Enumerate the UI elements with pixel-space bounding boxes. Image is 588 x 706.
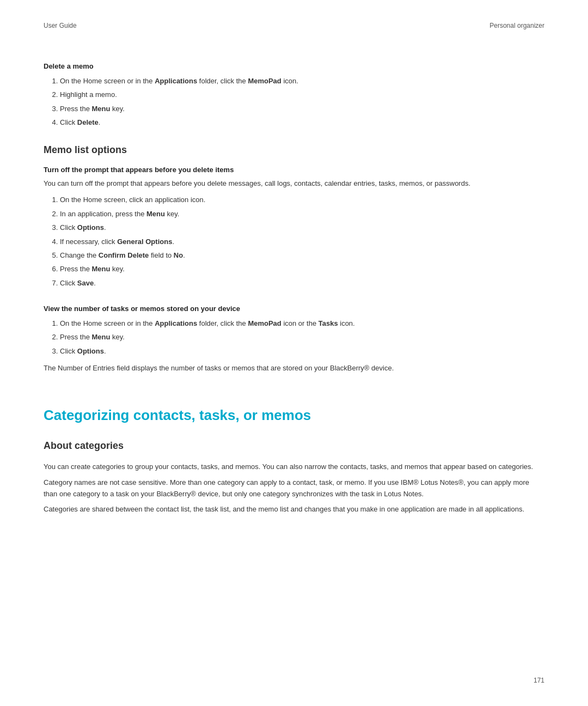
about-categories-section: About categories You can create categori… [44,440,544,515]
list-item: Click Options. [60,221,544,234]
about-categories-title: About categories [44,440,544,452]
list-item: Change the Confirm Delete field to No. [60,249,544,261]
page-number: 171 [534,677,544,684]
turn-off-prompt-steps: On the Home screen, click an application… [60,193,544,289]
list-item: Click Delete. [60,116,544,129]
about-categories-para3: Categories are shared between the contac… [44,504,544,515]
list-item: On the Home screen, click an application… [60,193,544,206]
delete-memo-steps: On the Home screen or in the Application… [60,75,544,129]
list-item: Press the Menu key. [60,263,544,275]
turn-off-prompt-section: Turn off the prompt that appears before … [44,166,544,290]
view-number-section: View the number of tasks or memos stored… [44,305,544,374]
list-item: In an application, press the Menu key. [60,208,544,220]
turn-off-prompt-intro: You can turn off the prompt that appears… [44,178,544,190]
list-item: Click Save. [60,277,544,289]
delete-memo-section: Delete a memo On the Home screen or in t… [44,62,544,129]
list-item: Press the Menu key. [60,102,544,115]
view-number-note: The Number of Entries field displays the… [44,363,544,374]
list-item: If necessary, click General Options. [60,235,544,248]
list-item: Press the Menu key. [60,331,544,343]
memo-list-options-title: Memo list options [44,144,544,156]
list-item: On the Home screen or in the Application… [60,317,544,330]
header-right: Personal organizer [489,22,544,29]
list-item: On the Home screen or in the Application… [60,75,544,87]
view-number-steps: On the Home screen or in the Application… [60,317,544,357]
turn-off-prompt-title: Turn off the prompt that appears before … [44,166,544,174]
categorizing-section: Categorizing contacts, tasks, or memos A… [44,396,544,515]
list-item: Highlight a memo. [60,88,544,101]
header-left: User Guide [44,22,77,29]
delete-memo-title: Delete a memo [44,62,544,70]
memo-list-options-section: Memo list options Turn off the prompt th… [44,144,544,375]
categorizing-title: Categorizing contacts, tasks, or memos [44,407,544,424]
about-categories-para2: Category names are not case sensitive. M… [44,477,544,500]
about-categories-para1: You can create categories to group your … [44,461,544,473]
view-number-title: View the number of tasks or memos stored… [44,305,544,313]
list-item: Click Options. [60,345,544,357]
